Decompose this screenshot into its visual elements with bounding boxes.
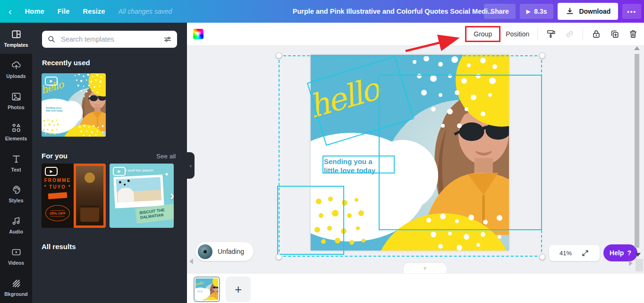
fromme-line2: * TUYO *: [42, 184, 74, 190]
filter-icon[interactable]: [163, 35, 172, 44]
sidebar-label: Templates: [4, 42, 28, 48]
attribution-pill[interactable]: Unfading: [195, 242, 254, 261]
sidebar-label: Text: [11, 167, 21, 173]
selection-handle-top-left[interactable]: [276, 52, 282, 59]
sidebar-item-videos[interactable]: Videos: [0, 241, 32, 272]
ribbon: [48, 192, 68, 199]
styles-icon: [11, 184, 22, 195]
preview-duration: 8.3s: [534, 8, 547, 15]
back-icon[interactable]: ‹: [8, 7, 12, 16]
annotation-arrow: [403, 33, 465, 54]
document-title[interactable]: Purple and Pink Illustrative and Colorfu…: [264, 8, 522, 15]
fullscreen-icon[interactable]: [581, 249, 589, 257]
design-art-copy: Sending you alittle love today hello: [195, 278, 218, 300]
scrollbar-left-arrow[interactable]: [189, 259, 193, 264]
sidebar-label: Elements: [5, 136, 27, 141]
selection-handle-bottom-right[interactable]: [539, 254, 545, 260]
sidebar-label: Uploads: [6, 73, 25, 79]
top-bar: ‹ Home File Resize All changes saved Pur…: [0, 0, 644, 23]
sparkle-icon: ✦: [164, 171, 169, 178]
see-all-link[interactable]: See all: [156, 153, 176, 160]
resize-menu-button[interactable]: Resize: [83, 8, 105, 15]
offer-text: 25% OFF: [50, 211, 66, 216]
zoom-level: 41%: [559, 250, 572, 257]
carousel-next-icon[interactable]: ›: [170, 188, 174, 203]
position-button[interactable]: Position: [506, 30, 529, 38]
sidebar-label: Photos: [8, 104, 25, 110]
play-icon: ▶: [526, 9, 530, 15]
context-toolbar: Group Position: [187, 23, 644, 46]
preview-button[interactable]: ▶ 8.3s: [520, 4, 554, 19]
delete-button[interactable]: [628, 29, 638, 39]
link-button: [564, 29, 575, 39]
color-swatch-button[interactable]: [193, 29, 203, 39]
duplicate-icon: [610, 29, 620, 39]
scrollbar-up-arrow[interactable]: [634, 46, 640, 50]
toolbar-separator: [537, 28, 538, 40]
lock-icon: [591, 29, 602, 39]
group-button[interactable]: Group: [468, 30, 498, 38]
download-button[interactable]: Download: [558, 3, 618, 20]
text-icon: [11, 154, 22, 164]
contributor-name: Unfading: [218, 248, 244, 255]
page-thumbnail-1[interactable]: Sending you alittle love today hello: [194, 277, 220, 302]
trash-icon: [628, 29, 638, 39]
sidebar-item-text[interactable]: Text: [0, 147, 32, 179]
multi-selection-marquee[interactable]: [279, 55, 542, 257]
selection-handle-bottom-left[interactable]: [276, 254, 282, 260]
sidebar-item-background[interactable]: Bkground: [0, 272, 32, 303]
panel-collapse-tab[interactable]: ‹: [187, 152, 195, 179]
canva-editor: ‹ Home File Resize All changes saved Pur…: [0, 0, 644, 303]
white-blob: [60, 101, 83, 124]
sidebar-item-audio[interactable]: Audio: [0, 209, 32, 241]
home-button[interactable]: Home: [25, 8, 44, 15]
plus-icon: +: [235, 282, 242, 297]
video-badge: ▶: [45, 77, 58, 86]
vertical-scrollbar-thumb[interactable]: [635, 54, 639, 248]
scrollbar-corner: [636, 259, 643, 271]
all-results-heading: All results: [42, 242, 76, 251]
template-thumb-hello[interactable]: Sending you alittle love today hello ▶: [42, 73, 106, 137]
scrollbar-down-arrow[interactable]: [635, 253, 641, 257]
download-icon: [565, 7, 575, 16]
template-thumb-fromme-tuyo[interactable]: FROMME * TUYO * 25% OFF ▶: [42, 164, 106, 228]
lock-button[interactable]: [591, 29, 602, 39]
page-thumbnail-preview: Sending you alittle love today hello: [195, 278, 218, 300]
zoom-control[interactable]: 41%: [549, 245, 600, 261]
help-question-mark: ?: [627, 249, 631, 257]
top-bar-right: Share ▶ 8.3s Download •••: [484, 0, 641, 23]
videos-icon: [11, 247, 22, 258]
more-options-button[interactable]: •••: [622, 4, 641, 19]
chevron-left-icon: ‹: [190, 162, 192, 169]
copy-style-button[interactable]: [546, 29, 556, 39]
recently-used-heading: Recently used: [42, 59, 90, 67]
save-status: All changes saved: [119, 8, 172, 15]
file-menu-button[interactable]: File: [58, 8, 70, 15]
sidebar-item-elements[interactable]: Elements: [0, 116, 32, 147]
selection-handle-top-right[interactable]: [539, 52, 545, 59]
share-button[interactable]: Share: [484, 4, 516, 19]
sidebar-item-styles[interactable]: Styles: [0, 178, 32, 209]
sidebar-item-uploads[interactable]: Uploads: [0, 54, 32, 85]
search-input[interactable]: [60, 35, 159, 43]
add-page-button[interactable]: +: [226, 277, 251, 302]
template-preview: [74, 164, 106, 228]
design-caption: Sending you alittle love today: [46, 106, 62, 112]
sidebar-label: Videos: [8, 260, 24, 266]
sidebar-item-templates[interactable]: Templates: [0, 23, 32, 54]
pages-bar-collapse-tab[interactable]: ˅: [404, 263, 446, 273]
search-box[interactable]: [42, 31, 177, 48]
templates-icon: [11, 29, 22, 40]
duplicate-button[interactable]: [610, 29, 620, 39]
help-button[interactable]: Help ?: [603, 244, 637, 261]
contributor-avatar: [198, 244, 212, 259]
video-badge: ▶: [113, 167, 126, 176]
template-thumb-dalmatian[interactable]: I wuff the beach! ✦ ✦ BISCUIT THE DALMAT…: [110, 164, 174, 228]
scrollbar-right-arrow[interactable]: [629, 260, 633, 266]
templates-panel: Recently used Sending you alittle love t…: [32, 23, 187, 303]
link-icon: [564, 29, 575, 39]
sidebar-item-photos[interactable]: Photos: [0, 85, 32, 116]
audio-icon: [11, 216, 22, 226]
yellow-dots: [42, 119, 60, 136]
offer-oval: 25% OFF: [45, 205, 70, 221]
